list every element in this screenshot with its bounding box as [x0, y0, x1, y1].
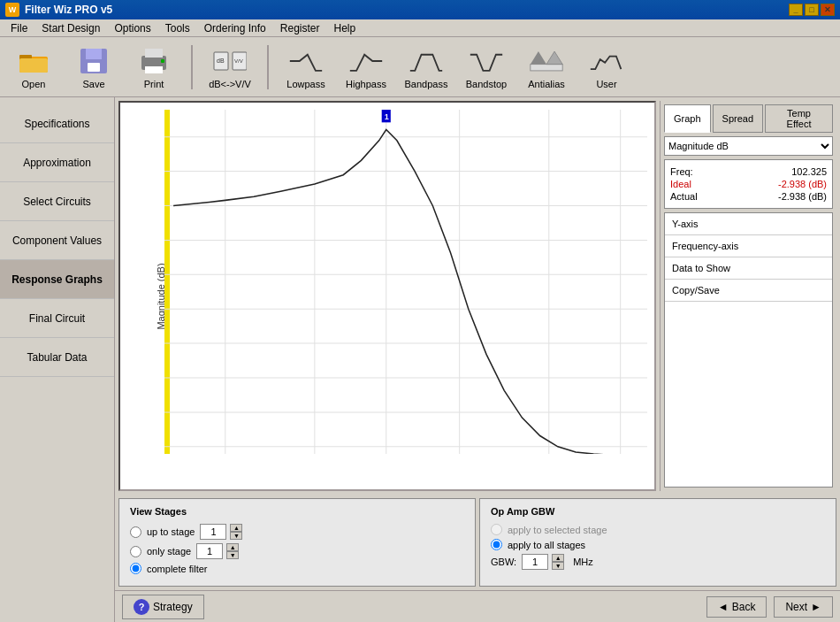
close-button[interactable]: ✕: [821, 4, 835, 16]
sidebar: Specifications Approximation Select Circ…: [0, 97, 115, 622]
apply-selected-label: apply to selected stage: [508, 525, 607, 535]
dbvv-label: dB<->V/V: [209, 79, 251, 89]
next-label: Next: [785, 601, 807, 613]
footer-nav: ◄ Back Next ►: [706, 596, 833, 618]
minimize-button[interactable]: _: [789, 4, 803, 16]
freq-value: 102.325: [791, 166, 827, 177]
save-label: Save: [82, 79, 104, 89]
toolbar-user[interactable]: User: [580, 41, 633, 94]
only-stage-up[interactable]: ▲: [226, 543, 239, 551]
sidebar-item-select-circuits[interactable]: Select Circuits: [0, 182, 114, 221]
right-panel: Graph Spread Temp Effect Magnitude dB Ph…: [660, 101, 836, 491]
complete-filter-row: complete filter: [130, 563, 464, 574]
back-label: Back: [732, 601, 756, 613]
open-label: Open: [22, 79, 46, 89]
menu-start-design[interactable]: Start Design: [34, 20, 107, 36]
tab-temp-effect[interactable]: Temp Effect: [765, 104, 833, 133]
options-panel: Y-axis Frequency-axis Data to Show Copy/…: [664, 212, 833, 488]
toolbar-open[interactable]: Open: [7, 41, 60, 94]
highpass-icon: [348, 45, 384, 77]
toolbar-sep-1: [191, 45, 193, 89]
gbw-label: GBW:: [491, 557, 516, 567]
gbw-value-row: GBW: 1 ▲ ▼ MHz: [491, 554, 825, 570]
freq-row: Freq: 102.325: [670, 165, 827, 178]
up-to-stage-down[interactable]: ▼: [230, 532, 242, 540]
actual-value: -2.938 (dB): [778, 191, 827, 202]
main-layout: Specifications Approximation Select Circ…: [0, 97, 840, 622]
svg-rect-7: [145, 49, 163, 58]
only-stage-radio[interactable]: [130, 546, 141, 557]
option-copy-save[interactable]: Copy/Save: [665, 280, 832, 302]
toolbar: Open Save Print dB ↔: [0, 37, 840, 97]
only-stage-spinner-btns: ▲ ▼: [226, 543, 239, 559]
menu-options[interactable]: Options: [107, 20, 157, 36]
apply-all-radio[interactable]: [491, 539, 502, 550]
svg-marker-16: [531, 51, 546, 65]
up-to-stage-up[interactable]: ▲: [230, 524, 242, 532]
toolbar-print[interactable]: Print: [127, 41, 180, 94]
save-icon: [76, 45, 111, 77]
gbw-spinner: 1 ▲ ▼: [522, 554, 564, 570]
menu-tools[interactable]: Tools: [158, 20, 197, 36]
option-frequency-axis[interactable]: Frequency-axis: [665, 235, 832, 257]
op-amp-gbw-group: Op Amp GBW apply to selected stage apply…: [479, 498, 836, 587]
complete-filter-radio[interactable]: [130, 563, 141, 574]
menu-file[interactable]: File: [4, 20, 34, 36]
sidebar-item-final-circuit[interactable]: Final Circuit: [0, 299, 114, 338]
user-label: User: [596, 79, 616, 89]
toolbar-bandstop[interactable]: Bandstop: [460, 41, 513, 94]
menu-register[interactable]: Register: [273, 20, 327, 36]
apply-selected-radio[interactable]: [491, 524, 502, 535]
complete-filter-label: complete filter: [147, 564, 207, 574]
tab-graph[interactable]: Graph: [664, 104, 711, 133]
strategy-button[interactable]: ? Strategy: [122, 595, 204, 619]
toolbar-antialias[interactable]: Antialias: [520, 41, 573, 94]
gbw-value: 1: [522, 554, 548, 570]
toolbar-sep-2: [267, 45, 269, 89]
tab-spread[interactable]: Spread: [713, 104, 763, 133]
sidebar-item-component-values[interactable]: Component Values: [0, 221, 114, 260]
up-to-stage-value: 1: [200, 524, 226, 540]
menu-ordering-info[interactable]: Ordering Info: [197, 20, 273, 36]
back-button[interactable]: ◄ Back: [706, 596, 767, 618]
sidebar-item-tabular-data[interactable]: Tabular Data: [0, 338, 114, 377]
ideal-label: Ideal: [670, 179, 691, 189]
next-button[interactable]: Next ►: [774, 596, 833, 618]
option-y-axis[interactable]: Y-axis: [665, 213, 832, 235]
ideal-row: Ideal -2.938 (dB): [670, 178, 827, 190]
footer-bar: ? Strategy ◄ Back Next ►: [115, 590, 840, 622]
option-data-to-show[interactable]: Data to Show: [665, 257, 832, 280]
bandstop-label: Bandstop: [466, 79, 507, 89]
sidebar-item-approximation[interactable]: Approximation: [0, 143, 114, 182]
menu-help[interactable]: Help: [326, 20, 363, 36]
bandstop-icon: [469, 45, 504, 77]
magnitude-dropdown[interactable]: Magnitude dB Phase Group Delay Step Resp…: [664, 136, 833, 156]
svg-rect-2: [19, 58, 48, 73]
toolbar-lowpass[interactable]: Lowpass: [279, 41, 332, 94]
gbw-up[interactable]: ▲: [552, 554, 564, 562]
only-stage-down[interactable]: ▼: [226, 551, 239, 559]
print-icon: [136, 45, 172, 77]
maximize-button[interactable]: □: [805, 4, 819, 16]
gbw-unit: MHz: [573, 557, 593, 567]
svg-rect-18: [164, 110, 647, 454]
strategy-icon: ?: [134, 599, 149, 615]
chart-svg: 1 5 0 −5 −10 −15 −20 −25 −30 −35 −40 200…: [164, 110, 647, 454]
up-to-stage-radio[interactable]: [130, 526, 141, 538]
antialias-icon: [529, 45, 564, 77]
only-stage-spinner: 1 ▲ ▼: [196, 543, 239, 559]
toolbar-dbvv[interactable]: dB ↔ V/V dB<->V/V: [203, 41, 256, 94]
toolbar-highpass[interactable]: Highpass: [340, 41, 393, 94]
sidebar-item-response-graphs[interactable]: Response Graphs: [0, 260, 114, 299]
sidebar-item-specifications[interactable]: Specifications: [0, 104, 114, 143]
svg-rect-19: [164, 110, 170, 454]
up-to-stage-label: up to stage: [147, 526, 195, 537]
gbw-down[interactable]: ▼: [552, 562, 564, 570]
toolbar-bandpass[interactable]: Bandpass: [400, 41, 453, 94]
dbvv-icon: dB ↔ V/V: [212, 45, 248, 77]
menu-bar: File Start Design Options Tools Ordering…: [0, 19, 840, 37]
up-to-stage-spinner-btns: ▲ ▼: [230, 524, 242, 540]
lowpass-icon: [288, 45, 324, 77]
toolbar-save[interactable]: Save: [67, 41, 120, 94]
svg-text:V/V: V/V: [234, 58, 243, 64]
